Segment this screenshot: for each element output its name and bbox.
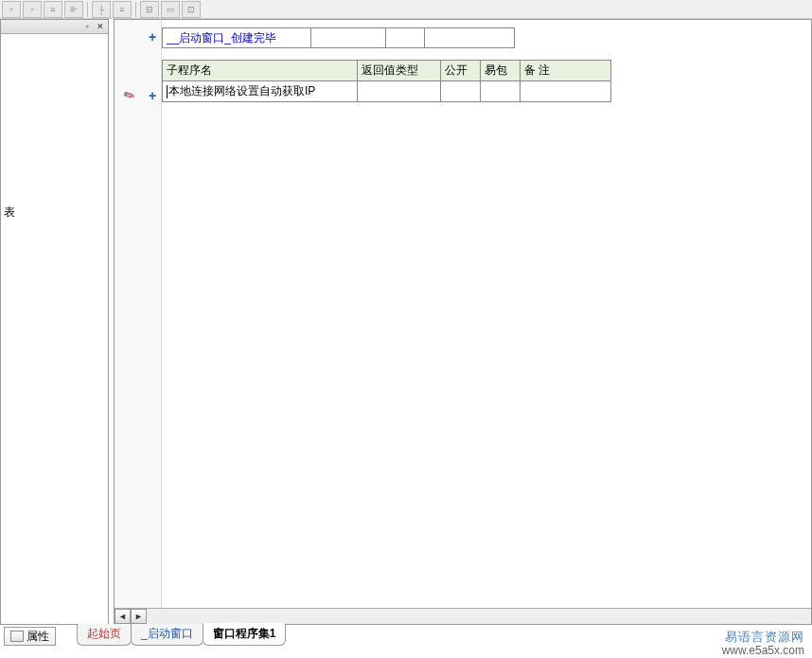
toolbar-separator: [87, 2, 88, 17]
toolbar-separator: [135, 2, 136, 17]
subroutine-table: 子程序名 返回值类型 公开 易包 备 注 本地连接网络设置自动获取IP: [162, 60, 611, 102]
tab-window-program-set[interactable]: 窗口程序集1: [203, 623, 287, 646]
return-type-cell[interactable]: [358, 81, 441, 102]
table-row[interactable]: 本地连接网络设置自动获取IP: [163, 81, 611, 102]
event-name-cell[interactable]: __启动窗口_创建完毕: [162, 27, 311, 48]
event-row[interactable]: __启动窗口_创建完毕: [162, 27, 811, 48]
properties-icon: [10, 631, 24, 642]
scroll-right-icon[interactable]: ►: [131, 609, 147, 624]
left-panel-body: 表: [1, 34, 108, 624]
left-panel-text: 表: [4, 205, 15, 221]
editor-content: __启动窗口_创建完毕 子程序名 返回值类型 公开 易包 备 注 本地连接网络设…: [162, 27, 811, 102]
toolbar-btn-8[interactable]: ▭: [161, 1, 180, 18]
header-note: 备 注: [521, 61, 611, 81]
properties-button[interactable]: 属性: [4, 627, 56, 646]
editor-gutter: + ✎ +: [115, 20, 162, 624]
toolbar-btn-9[interactable]: ⊡: [182, 1, 201, 18]
left-panel: ▫ ✕ 表: [0, 19, 109, 625]
expand-icon[interactable]: +: [149, 88, 156, 103]
toolbar-btn-5[interactable]: ├: [92, 1, 111, 18]
table-header-row: 子程序名 返回值类型 公开 易包 备 注: [163, 61, 611, 81]
public-cell[interactable]: [441, 81, 481, 102]
note-cell[interactable]: [521, 81, 611, 102]
edit-pen-icon: ✎: [121, 86, 138, 105]
toolbar-btn-4[interactable]: ⊪: [64, 1, 83, 18]
left-panel-header: ▫ ✕: [1, 20, 108, 34]
scroll-left-icon[interactable]: ◄: [115, 609, 131, 624]
code-editor: + ✎ + __启动窗口_创建完毕 子程序名 返回值类型 公开 易包 备 注 本…: [114, 19, 812, 625]
header-return-type: 返回值类型: [358, 61, 441, 81]
panel-close-icon[interactable]: ✕: [95, 22, 106, 31]
toolbar-btn-7[interactable]: ⊟: [140, 1, 159, 18]
event-cell-2[interactable]: [310, 27, 386, 48]
toolbar-btn-6[interactable]: ≡: [113, 1, 132, 18]
subroutine-name-cell[interactable]: 本地连接网络设置自动获取IP: [163, 81, 358, 102]
subroutine-name-text: 本地连接网络设置自动获取IP: [168, 84, 315, 98]
horizontal-scrollbar[interactable]: ◄ ►: [115, 608, 811, 624]
event-cell-3[interactable]: [385, 27, 425, 48]
tab-strip: 起始页 _启动窗口 窗口程序集1: [77, 623, 285, 646]
tab-startup-window[interactable]: _启动窗口: [131, 624, 203, 646]
event-cell-4[interactable]: [424, 27, 515, 48]
watermark-title: 易语言资源网: [722, 630, 804, 644]
toolbar: ▫ ▫ ≡ ⊪ ├ ≡ ⊟ ▭ ⊡: [0, 0, 812, 19]
watermark-url: www.e5a5x.com: [722, 644, 804, 658]
toolbar-btn-3[interactable]: ≡: [44, 1, 62, 18]
toolbar-btn-2[interactable]: ▫: [23, 1, 42, 18]
expand-icon[interactable]: +: [149, 29, 156, 44]
header-public: 公开: [441, 61, 481, 81]
toolbar-btn-1[interactable]: ▫: [2, 1, 21, 18]
panel-minimize-icon[interactable]: ▫: [81, 22, 93, 31]
easy-pack-cell[interactable]: [481, 81, 521, 102]
bottom-bar: 属性 起始页 _启动窗口 窗口程序集1: [0, 625, 812, 646]
header-name: 子程序名: [163, 61, 358, 81]
properties-label: 属性: [26, 629, 49, 645]
header-easy-pack: 易包: [481, 61, 521, 81]
watermark: 易语言资源网 www.e5a5x.com: [722, 630, 804, 658]
tab-start-page[interactable]: 起始页: [77, 624, 132, 646]
